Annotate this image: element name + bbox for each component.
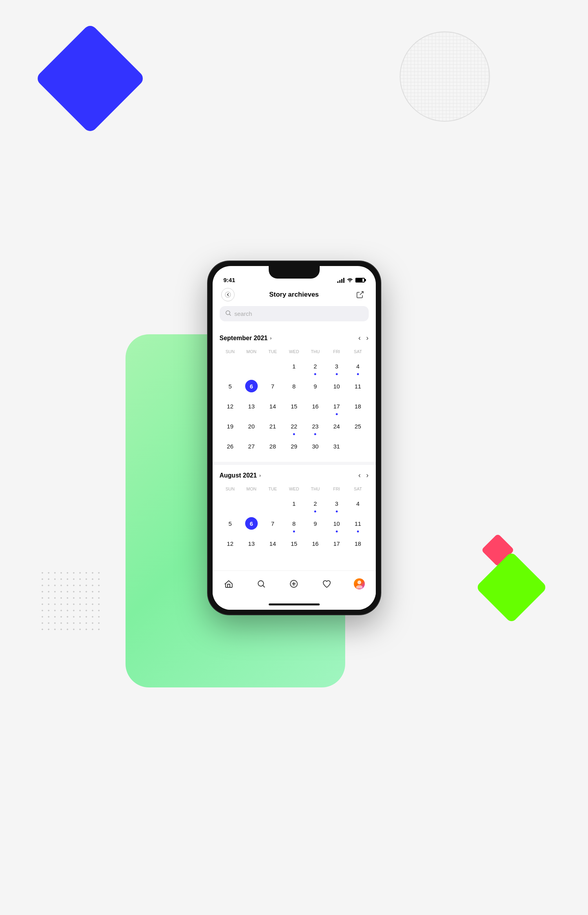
day-cell[interactable]: 17 [326, 535, 347, 554]
day-cell[interactable]: 28 [262, 438, 283, 457]
day-cell[interactable]: 6 [241, 378, 262, 397]
day-cell[interactable]: 10 [326, 378, 347, 397]
day-cell[interactable]: 15 [283, 535, 304, 554]
september-month-title[interactable]: September 2021 › [220, 335, 272, 342]
august-prev-arrow[interactable]: ‹ [359, 471, 361, 479]
day-cell[interactable]: 17 [326, 398, 347, 417]
day-cell[interactable]: 11 [347, 515, 368, 534]
day-cell[interactable]: 20 [241, 418, 262, 437]
day-cell[interactable]: 8 [283, 378, 304, 397]
separator [213, 462, 376, 465]
day-cell[interactable]: 19 [220, 418, 241, 437]
day-number [351, 440, 364, 452]
day-number [224, 360, 237, 372]
nav-profile[interactable] [350, 574, 369, 594]
day-number: 14 [266, 537, 279, 550]
day-number: 13 [245, 537, 258, 550]
august-next-arrow[interactable]: › [366, 471, 369, 479]
phone-mockup: 9:41 [208, 261, 380, 614]
day-header-fri: FRI [326, 348, 347, 355]
day-cell[interactable]: 13 [241, 535, 262, 554]
day-cell[interactable]: 3 [326, 358, 347, 377]
back-button[interactable] [221, 288, 235, 301]
day-cell[interactable]: 14 [262, 535, 283, 554]
day-cell[interactable]: 22 [283, 418, 304, 437]
day-cell[interactable]: 9 [305, 378, 326, 397]
day-cell[interactable]: 9 [305, 515, 326, 534]
august-month-title[interactable]: August 2021 › [220, 472, 261, 479]
day-cell[interactable]: 3 [326, 495, 347, 514]
day-cell[interactable]: 10 [326, 515, 347, 534]
day-number: 1 [288, 360, 300, 372]
nav-home[interactable] [219, 574, 238, 594]
day-header-thu: THU [305, 348, 326, 355]
day-cell[interactable]: 29 [283, 438, 304, 457]
day-number: 7 [266, 380, 279, 392]
september-prev-arrow[interactable]: ‹ [359, 334, 361, 342]
day-header-mon: MON [241, 348, 262, 355]
day-number: 18 [351, 400, 364, 412]
day-cell[interactable]: 2 [305, 358, 326, 377]
august-day-headers: SUN MON TUE WED THU FRI SAT [220, 485, 369, 493]
day-cell[interactable]: 26 [220, 438, 241, 457]
day-cell[interactable]: 5 [220, 515, 241, 534]
day-cell[interactable]: 5 [220, 378, 241, 397]
day-cell[interactable]: 27 [241, 438, 262, 457]
day-cell[interactable]: 23 [305, 418, 326, 437]
nav-add[interactable] [284, 574, 304, 594]
day-cell[interactable]: 4 [347, 495, 368, 514]
day-number: 2 [309, 497, 322, 510]
day-dot [336, 373, 338, 375]
nav-search[interactable] [251, 574, 271, 594]
day-cell[interactable]: 11 [347, 378, 368, 397]
day-cell[interactable]: 31 [326, 438, 347, 457]
august-header: August 2021 › ‹ › [220, 471, 369, 479]
day-cell [262, 358, 283, 377]
share-button[interactable] [353, 288, 367, 301]
day-dot [314, 433, 316, 435]
day-number: 21 [266, 420, 279, 432]
day-cell[interactable]: 8 [283, 515, 304, 534]
day-cell[interactable]: 16 [305, 398, 326, 417]
aug-day-header-tue: TUE [262, 485, 283, 493]
day-cell [241, 358, 262, 377]
day-number: 29 [288, 440, 300, 452]
day-number: 11 [351, 517, 364, 530]
day-cell[interactable]: 18 [347, 398, 368, 417]
september-next-arrow[interactable]: › [366, 334, 369, 342]
app-header: Story archieves [213, 286, 376, 306]
aug-day-header-wed: WED [283, 485, 304, 493]
page-title: Story archieves [269, 291, 319, 299]
day-cell[interactable]: 21 [262, 418, 283, 437]
day-dot [357, 530, 359, 532]
day-cell[interactable]: 7 [262, 515, 283, 534]
day-cell[interactable]: 30 [305, 438, 326, 457]
day-cell[interactable]: 12 [220, 398, 241, 417]
day-cell[interactable]: 14 [262, 398, 283, 417]
day-cell[interactable]: 18 [347, 535, 368, 554]
day-number: 6 [245, 517, 258, 530]
day-number [245, 497, 258, 510]
day-cell[interactable]: 25 [347, 418, 368, 437]
day-number: 3 [330, 360, 343, 372]
day-cell[interactable]: 16 [305, 535, 326, 554]
aug-day-header-thu: THU [305, 485, 326, 493]
aug-day-header-fri: FRI [326, 485, 347, 493]
day-cell[interactable]: 2 [305, 495, 326, 514]
day-cell[interactable]: 6 [241, 515, 262, 534]
search-bar[interactable]: search [220, 306, 369, 321]
day-cell[interactable]: 13 [241, 398, 262, 417]
nav-heart[interactable] [317, 574, 337, 594]
day-cell[interactable]: 24 [326, 418, 347, 437]
day-cell[interactable]: 4 [347, 358, 368, 377]
day-dot [336, 510, 338, 512]
day-cell[interactable]: 12 [220, 535, 241, 554]
day-cell[interactable]: 15 [283, 398, 304, 417]
status-icons [337, 277, 365, 283]
day-cell[interactable]: 1 [283, 358, 304, 377]
day-cell[interactable]: 1 [283, 495, 304, 514]
phone-notch [269, 266, 320, 279]
day-cell[interactable]: 7 [262, 378, 283, 397]
day-number: 25 [351, 420, 364, 432]
day-number: 3 [330, 497, 343, 510]
